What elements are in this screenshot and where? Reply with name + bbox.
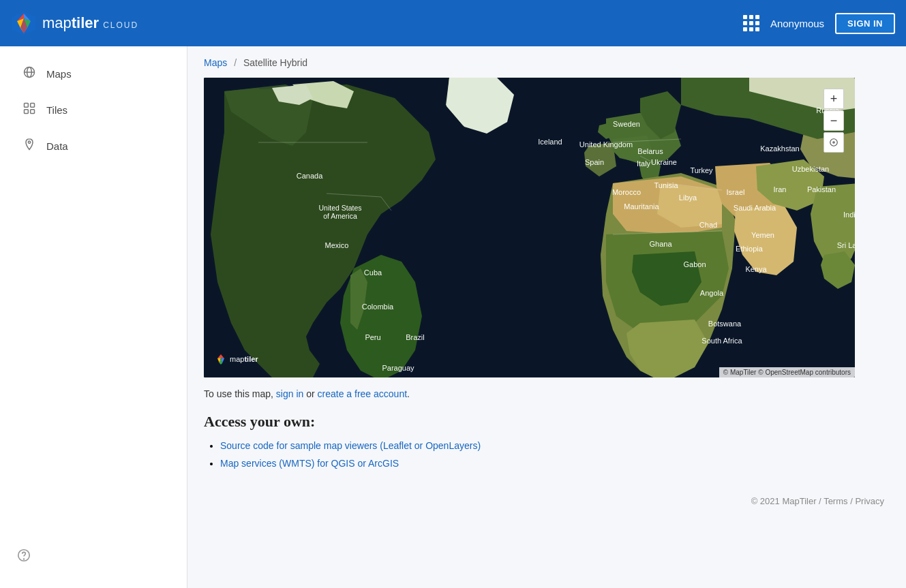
svg-text:Pakistan: Pakistan bbox=[807, 185, 836, 194]
footer-privacy-link[interactable]: Privacy bbox=[855, 496, 884, 506]
map-logo-text-label: maptiler bbox=[230, 355, 258, 363]
main-content: Maps / Satellite Hybrid bbox=[187, 46, 906, 588]
info-period: . bbox=[407, 388, 410, 399]
user-name: Anonymous bbox=[770, 18, 824, 29]
svg-text:Ghana: Ghana bbox=[649, 240, 672, 248]
svg-point-10 bbox=[24, 559, 25, 559]
svg-text:Iceland: Iceland bbox=[538, 138, 562, 146]
sidebar-help[interactable] bbox=[0, 537, 187, 577]
breadcrumb-separator: / bbox=[234, 57, 237, 68]
sidebar: Maps Tiles Data bbox=[0, 46, 187, 588]
svg-text:Peru: Peru bbox=[365, 333, 380, 341]
info-text: To use this map, sign in or create a fre… bbox=[204, 388, 890, 399]
compass-button[interactable] bbox=[824, 132, 844, 153]
svg-point-67 bbox=[833, 142, 834, 143]
svg-text:Kenya: Kenya bbox=[745, 265, 767, 273]
svg-text:Paraguay: Paraguay bbox=[382, 364, 414, 372]
svg-text:Israel: Israel bbox=[727, 188, 745, 196]
svg-text:Botswana: Botswana bbox=[708, 320, 742, 328]
svg-text:Belarus: Belarus bbox=[637, 147, 663, 155]
header-left: maptiler CLOUD bbox=[11, 10, 138, 36]
svg-text:Turkey: Turkey bbox=[690, 166, 713, 174]
sidebar-maps-label: Maps bbox=[46, 68, 72, 80]
footer-terms-link[interactable]: Terms bbox=[824, 496, 847, 506]
svg-text:United States: United States bbox=[318, 204, 361, 212]
header: maptiler CLOUD Anonymous SIGN IN bbox=[0, 0, 906, 46]
footer-sep1: / bbox=[819, 496, 821, 506]
svg-text:Brazil: Brazil bbox=[406, 333, 425, 341]
map-attribution: © MapTiler © OpenStreetMap contributors bbox=[719, 367, 855, 377]
svg-text:Sweden: Sweden bbox=[613, 120, 640, 128]
footer-copyright: © 2021 MapTiler bbox=[751, 496, 817, 506]
svg-text:Mauritania: Mauritania bbox=[624, 202, 659, 211]
svg-text:Libya: Libya bbox=[679, 194, 697, 202]
list-item: Source code for sample map viewers (Leaf… bbox=[220, 440, 890, 451]
zoom-out-button[interactable]: − bbox=[824, 110, 844, 131]
svg-rect-6 bbox=[25, 110, 29, 114]
globe-icon bbox=[22, 65, 37, 82]
svg-text:Ethiopia: Ethiopia bbox=[736, 245, 764, 253]
map-controls: + − bbox=[824, 89, 844, 153]
map-services-link[interactable]: Map services (WMTS) for QGIS or ArcGIS bbox=[220, 458, 399, 469]
sample-viewers-link[interactable]: Source code for sample map viewers (Leaf… bbox=[220, 440, 481, 451]
svg-text:Chad: Chad bbox=[699, 221, 717, 229]
svg-rect-4 bbox=[25, 104, 29, 108]
access-title: Access your own: bbox=[204, 413, 890, 431]
svg-text:Tunisia: Tunisia bbox=[654, 181, 678, 189]
svg-text:Morocco: Morocco bbox=[612, 188, 641, 196]
maptiler-logo-icon bbox=[11, 10, 37, 36]
content-footer: © 2021 MapTiler / Terms / Privacy bbox=[204, 496, 890, 506]
svg-text:United Kingdom: United Kingdom bbox=[579, 140, 633, 149]
svg-point-66 bbox=[830, 139, 838, 146]
create-account-link[interactable]: create a free account bbox=[318, 388, 408, 399]
tiles-icon bbox=[22, 102, 37, 119]
logo-map-part: map bbox=[42, 14, 72, 32]
logo-text: maptiler CLOUD bbox=[42, 14, 138, 32]
map-svg: Canada United States of America Mexico C… bbox=[204, 78, 855, 377]
logo-tiler-part: tiler bbox=[72, 14, 99, 32]
svg-text:Spain: Spain bbox=[585, 158, 604, 166]
svg-text:South Africa: South Africa bbox=[701, 337, 742, 345]
sidebar-nav: Maps Tiles Data bbox=[0, 57, 187, 163]
sidebar-tiles-label: Tiles bbox=[46, 104, 67, 116]
breadcrumb-maps-link[interactable]: Maps bbox=[204, 57, 227, 68]
svg-text:Colombia: Colombia bbox=[362, 303, 394, 311]
svg-text:Mexico: Mexico bbox=[325, 241, 349, 249]
compass-icon bbox=[829, 138, 839, 147]
info-text-middle: or bbox=[306, 388, 317, 399]
logo-cloud-part: CLOUD bbox=[103, 20, 138, 30]
svg-point-8 bbox=[28, 141, 30, 143]
svg-text:Angola: Angola bbox=[700, 289, 724, 297]
sidebar-item-tiles[interactable]: Tiles bbox=[5, 93, 181, 127]
svg-text:Canada: Canada bbox=[297, 172, 323, 180]
access-list: Source code for sample map viewers (Leaf… bbox=[204, 440, 890, 469]
svg-rect-5 bbox=[31, 104, 35, 108]
breadcrumb: Maps / Satellite Hybrid bbox=[204, 57, 890, 68]
svg-text:India: India bbox=[843, 211, 855, 219]
sidebar-item-data[interactable]: Data bbox=[5, 129, 181, 163]
svg-text:Saudi Arabia: Saudi Arabia bbox=[734, 204, 776, 212]
map-container[interactable]: Canada United States of America Mexico C… bbox=[204, 78, 855, 377]
list-item: Map services (WMTS) for QGIS or ArcGIS bbox=[220, 458, 890, 469]
map-maptiler-logo: maptiler bbox=[215, 353, 258, 365]
svg-text:Sri Lanka: Sri Lanka bbox=[837, 241, 855, 249]
svg-text:Ukraine: Ukraine bbox=[651, 158, 677, 166]
breadcrumb-current: Satellite Hybrid bbox=[243, 57, 307, 68]
main-layout: Maps Tiles Data bbox=[0, 46, 906, 588]
svg-text:Gabon: Gabon bbox=[683, 260, 706, 268]
apps-grid-icon[interactable] bbox=[743, 15, 759, 31]
svg-text:of America: of America bbox=[323, 212, 357, 220]
info-text-before: To use this map, bbox=[204, 388, 273, 399]
sidebar-data-label: Data bbox=[46, 140, 68, 152]
sidebar-item-maps[interactable]: Maps bbox=[5, 57, 181, 91]
svg-text:Cuba: Cuba bbox=[364, 268, 382, 277]
sign-in-button[interactable]: SIGN IN bbox=[835, 13, 895, 34]
header-right: Anonymous SIGN IN bbox=[743, 13, 895, 34]
zoom-in-button[interactable]: + bbox=[824, 89, 844, 109]
help-circle-icon bbox=[16, 548, 31, 563]
svg-text:Iran: Iran bbox=[774, 185, 787, 194]
sign-in-link[interactable]: sign in bbox=[276, 388, 303, 399]
svg-text:Italy: Italy bbox=[637, 159, 651, 168]
svg-text:Uzbekistan: Uzbekistan bbox=[792, 165, 829, 173]
svg-text:Yemen: Yemen bbox=[751, 231, 774, 239]
